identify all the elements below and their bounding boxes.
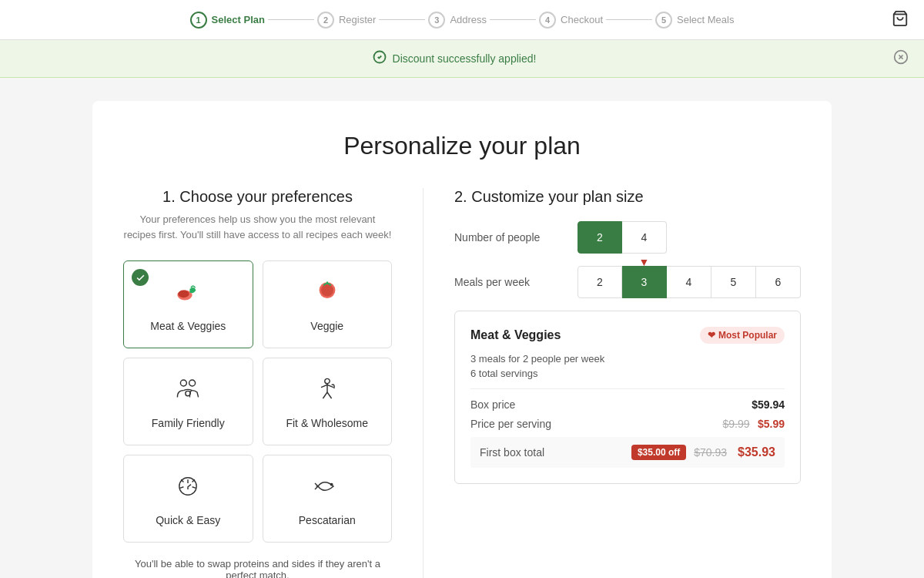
plan-summary-box: Meat & Veggies ❤ Most Popular 3 meals fo… (454, 311, 801, 484)
banner-content: Discount successfully applied! (15, 50, 893, 68)
main-content: Personalize your plan 1. Choose your pre… (0, 78, 924, 578)
summary-plan-name: Meat & Veggies (470, 328, 561, 342)
family-friendly-label: Family Friendly (152, 417, 225, 429)
plan-size-title: 2. Customize your plan size (454, 188, 801, 206)
people-option-2[interactable]: 2 (578, 221, 622, 254)
veggie-label: Veggie (310, 320, 343, 332)
step-divider-2 (379, 19, 425, 20)
svg-point-13 (325, 378, 330, 383)
pref-fit-wholesome[interactable]: Fit & Wholesome (263, 358, 393, 445)
step-2-label: Register (339, 14, 376, 25)
check-icon (373, 50, 387, 68)
family-friendly-icon (172, 374, 203, 409)
first-box-sale: $35.93 (738, 445, 775, 459)
meals-option-6[interactable]: 6 (756, 266, 801, 298)
fit-wholesome-label: Fit & Wholesome (286, 417, 368, 429)
price-per-serving-label: Price per serving (470, 418, 551, 430)
quick-easy-label: Quick & Easy (156, 514, 220, 526)
box-price-value: $59.94 (752, 398, 785, 411)
step-1-label: Select Plan (212, 14, 265, 25)
plan-card: Personalize your plan 1. Choose your pre… (92, 101, 832, 578)
meat-veggies-icon (172, 277, 203, 312)
svg-point-10 (181, 380, 187, 386)
meals-options: 2 ▼ 3 4 5 6 (578, 266, 801, 298)
price-per-serving-original: $9.99 (722, 418, 749, 430)
people-row: Number of people 2 4 (454, 221, 801, 254)
step-4-label: Checkout (561, 14, 603, 25)
step-2-circle: 2 (317, 12, 334, 29)
preferences-title: 1. Choose your preferences (123, 188, 392, 206)
steps-nav: 1 Select Plan 2 Register 3 Address 4 Che… (190, 12, 735, 29)
swap-note: You'll be able to swap proteins and side… (123, 558, 392, 578)
summary-header: Meat & Veggies ❤ Most Popular (470, 327, 785, 344)
meals-label: Meals per week (454, 276, 578, 288)
step-4: 4 Checkout (539, 12, 603, 29)
step-2: 2 Register (317, 12, 376, 29)
svg-point-6 (178, 291, 189, 298)
first-box-original: $70.93 (694, 446, 727, 459)
meals-option-2[interactable]: 2 (578, 266, 622, 298)
discount-banner: Discount successfully applied! (0, 40, 924, 78)
page-title: Personalize your plan (123, 132, 801, 160)
header: 1 Select Plan 2 Register 3 Address 4 Che… (0, 0, 924, 40)
pref-veggie[interactable]: Veggie (263, 260, 393, 348)
svg-point-8 (321, 284, 333, 297)
discount-tag: $35.00 off (631, 445, 686, 460)
columns: 1. Choose your preferences Your preferen… (123, 188, 801, 578)
preferences-subtitle: Your preferences help us show you the mo… (123, 212, 392, 242)
pref-family-friendly[interactable]: Family Friendly (123, 358, 253, 445)
step-5-label: Select Meals (677, 14, 734, 25)
first-box-prices: $70.93 $35.93 (694, 445, 775, 459)
box-price-row: Box price $59.94 (470, 398, 785, 411)
meals-option-4[interactable]: 4 (667, 266, 711, 298)
pref-meat-veggies[interactable]: Meat & Veggies (123, 260, 253, 348)
step-1: 1 Select Plan (190, 12, 265, 29)
first-box-values: $35.00 off $70.93 $35.93 (631, 445, 775, 460)
price-per-serving-row: Price per serving $9.99 $5.99 (470, 417, 785, 431)
meat-veggies-label: Meat & Veggies (150, 320, 226, 332)
svg-point-11 (189, 380, 196, 386)
people-options: 2 4 (578, 221, 667, 254)
step-1-circle: 1 (190, 12, 207, 29)
step-4-circle: 4 (539, 12, 556, 29)
banner-message: Discount successfully applied! (393, 52, 537, 65)
meals-row: Meals per week 2 ▼ 3 4 5 6 (454, 266, 801, 298)
step-3: 3 Address (428, 12, 487, 29)
pescatarian-label: Pescatarian (299, 514, 356, 526)
price-per-serving-values: $9.99 $5.99 (722, 417, 785, 431)
step-3-circle: 3 (428, 12, 445, 29)
meals-info: 3 meals for 2 people per week (470, 353, 785, 365)
first-box-label: First box total (480, 446, 544, 459)
fit-wholesome-icon (312, 374, 343, 409)
meals-option-3[interactable]: ▼ 3 (622, 266, 667, 298)
step-divider-1 (268, 19, 314, 20)
step-3-label: Address (450, 14, 487, 25)
plan-size-column: 2. Customize your plan size Number of pe… (424, 188, 801, 578)
popular-text: Most Popular (718, 330, 777, 341)
pref-pescatarian[interactable]: Pescatarian (263, 455, 393, 543)
step-divider-4 (606, 19, 652, 20)
step-divider-3 (490, 19, 536, 20)
heart-icon: ❤ (708, 330, 715, 341)
meals-option-5[interactable]: 5 (711, 266, 756, 298)
price-per-serving-sale: $5.99 (758, 418, 785, 430)
svg-point-15 (330, 483, 332, 485)
banner-close-button[interactable] (893, 49, 909, 68)
quick-easy-icon (172, 471, 203, 506)
step-5-circle: 5 (655, 12, 672, 29)
pescatarian-icon (312, 471, 343, 506)
preferences-grid: Meat & Veggies Veggie (123, 260, 392, 543)
cart-icon[interactable] (892, 10, 909, 30)
selected-checkmark (132, 269, 149, 286)
summary-divider (470, 388, 785, 389)
popular-badge: ❤ Most Popular (700, 327, 785, 344)
preferences-column: 1. Choose your preferences Your preferen… (123, 188, 424, 578)
servings-info: 6 total servings (470, 368, 785, 379)
pref-quick-easy[interactable]: Quick & Easy (123, 455, 253, 543)
first-box-total-row: First box total $35.00 off $70.93 $35.93 (470, 437, 785, 468)
box-price-label: Box price (470, 398, 515, 411)
people-label: Number of people (454, 231, 578, 244)
step-5: 5 Select Meals (655, 12, 734, 29)
people-option-4[interactable]: 4 (622, 221, 667, 254)
veggie-icon (312, 277, 343, 312)
